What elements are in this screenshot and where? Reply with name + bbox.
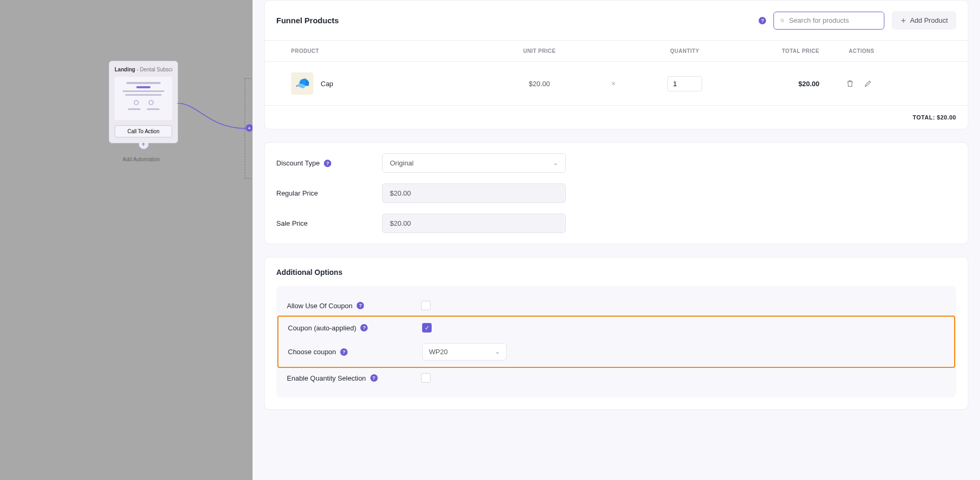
additional-options-title: Additional Options xyxy=(265,257,968,286)
enable-qty-label: Enable Quantity Selection ? xyxy=(287,374,421,382)
col-product: PRODUCT xyxy=(291,48,492,54)
help-icon[interactable]: ? xyxy=(360,324,368,331)
product-image: 🧢 xyxy=(291,72,313,95)
node-subtitle: - Dental Subscri... xyxy=(135,67,172,72)
coupon-auto-label: Coupon (auto-applied) ? xyxy=(288,324,422,332)
table-row: 🧢 Cap $20.00 × $20.00 xyxy=(265,62,968,106)
allow-coupon-label: Allow Use Of Coupon ? xyxy=(287,302,421,310)
chevron-down-icon: ⌄ xyxy=(553,160,558,167)
product-name: Cap xyxy=(321,80,333,88)
sale-price-field: $20.00 xyxy=(382,214,566,233)
choose-coupon-label: Choose coupon ? xyxy=(288,348,422,356)
coupon-select[interactable]: WP20 ⌄ xyxy=(422,343,507,361)
table-total: TOTAL: $20.00 xyxy=(265,106,968,129)
landing-node[interactable]: Landing - Dental Subscri... Call To Acti… xyxy=(109,61,178,143)
coupon-value: WP20 xyxy=(429,348,447,356)
chevron-down-icon: ⌄ xyxy=(495,348,500,355)
add-step-plus-icon[interactable]: + xyxy=(139,140,148,149)
funnel-products-title: Funnel Products xyxy=(276,16,339,25)
node-title: Landing - Dental Subscri... xyxy=(115,67,172,72)
search-icon xyxy=(780,16,785,25)
coupon-auto-checkbox[interactable]: ✓ xyxy=(422,323,432,333)
regular-price-field: $20.00 xyxy=(382,183,566,203)
funnel-products-card: Funnel Products ? Add Product PRODUCT UN… xyxy=(264,0,968,130)
discount-type-select[interactable]: Original ⌄ xyxy=(382,153,566,173)
row-total: $20.00 xyxy=(730,80,819,88)
search-input[interactable] xyxy=(789,16,878,24)
delete-row-button[interactable] xyxy=(844,77,856,90)
multiply-icon: × xyxy=(587,79,640,88)
edit-row-button[interactable] xyxy=(862,77,874,90)
trash-icon xyxy=(846,79,854,88)
additional-options-card: Additional Options Allow Use Of Coupon ?… xyxy=(264,257,968,410)
help-icon[interactable]: ? xyxy=(340,348,348,356)
discount-type-value: Original xyxy=(390,159,414,167)
product-table-header: PRODUCT UNIT PRICE QUANTITY TOTAL PRICE … xyxy=(265,41,968,62)
allow-coupon-checkbox[interactable] xyxy=(421,301,431,310)
enable-qty-checkbox[interactable] xyxy=(421,373,431,383)
plus-icon xyxy=(900,17,907,24)
node-title-main: Landing xyxy=(115,67,135,72)
quantity-input[interactable] xyxy=(667,76,702,91)
regular-price-label: Regular Price xyxy=(276,189,382,197)
help-icon[interactable]: ? xyxy=(357,302,364,309)
svg-point-0 xyxy=(781,19,783,22)
svg-line-1 xyxy=(783,21,784,22)
add-product-button[interactable]: Add Product xyxy=(892,11,956,30)
product-search[interactable] xyxy=(773,12,884,30)
col-quantity: QUANTITY xyxy=(640,48,730,54)
call-to-action-button[interactable]: Call To Action xyxy=(115,125,172,137)
node-thumbnail xyxy=(115,77,172,120)
discount-type-label: Discount Type ? xyxy=(276,159,382,167)
help-icon[interactable]: ? xyxy=(759,17,766,24)
discount-card: Discount Type ? Original ⌄ Regular Price… xyxy=(264,142,968,244)
add-product-label: Add Product xyxy=(910,16,948,24)
col-unit-price: UNIT PRICE xyxy=(492,48,587,54)
add-automation-link[interactable]: Add Automation xyxy=(123,156,160,162)
connector-line xyxy=(177,103,251,135)
col-actions: ACTIONS xyxy=(819,48,874,54)
pencil-icon xyxy=(864,79,872,88)
sale-price-label: Sale Price xyxy=(276,219,382,227)
settings-panel: Funnel Products ? Add Product PRODUCT UN… xyxy=(253,0,980,480)
unit-price: $20.00 xyxy=(492,80,587,88)
col-total: TOTAL PRICE xyxy=(730,48,819,54)
add-to-drop-zone-icon[interactable]: + xyxy=(246,124,253,132)
funnel-canvas: Landing - Dental Subscri... Call To Acti… xyxy=(0,0,253,480)
help-icon[interactable]: ? xyxy=(370,374,378,382)
coupon-highlight: Coupon (auto-applied) ? ✓ Choose coupon … xyxy=(277,316,955,368)
help-icon[interactable]: ? xyxy=(324,160,331,167)
